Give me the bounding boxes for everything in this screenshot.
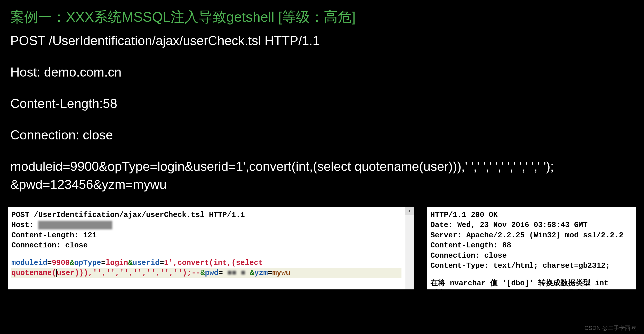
scroll-up-icon[interactable]: ▲ <box>405 207 414 215</box>
resp-msg-2: 时失败。{"flag":0,"msg":"验证码错误或过期."} <box>430 288 633 289</box>
resp-line-5: Connection: close <box>430 251 633 261</box>
req-line-2: Host: ■■.■■■:■■■ ■■.■■ <box>11 220 401 230</box>
resp-line-6: Content-Type: text/html; charset=gb2312; <box>430 261 633 271</box>
resp-line-2: Date: Wed, 23 Nov 2016 03:58:43 GMT <box>430 220 633 230</box>
watermark: CSDN @二手卡西欧 <box>584 324 636 332</box>
req-body-line-1: moduleid=9900&opType=login&userid=1',con… <box>11 258 401 268</box>
req-line-3: Content-Length: 121 <box>11 230 401 240</box>
connection-header: Connection: close <box>10 126 634 144</box>
request-line: POST /UserIdentification/ajax/userCheck.… <box>10 32 634 50</box>
request-pane: POST /UserIdentification/ajax/userCheck.… <box>8 207 405 289</box>
slide-title: 案例一：XXX系统MSSQL注入导致getshell [等级：高危] <box>0 0 644 32</box>
screenshot-panes: POST /UserIdentification/ajax/userCheck.… <box>8 207 636 289</box>
response-pane: HTTP/1.1 200 OK Date: Wed, 23 Nov 2016 0… <box>427 207 636 289</box>
resp-line-1: HTTP/1.1 200 OK <box>430 210 633 220</box>
request-body: moduleid=9900&opType=login&userid=1',con… <box>10 157 634 194</box>
content-length-header: Content-Length:58 <box>10 95 634 113</box>
http-request-block: POST /UserIdentification/ajax/userCheck.… <box>0 32 644 194</box>
req-body-line-2: quotename(user))),'','','','','','','');… <box>11 268 401 278</box>
scrollbar[interactable]: ▲ <box>405 207 414 289</box>
blurred-host: ■■.■■■:■■■ ■■.■■ <box>38 221 112 229</box>
req-line-1: POST /UserIdentification/ajax/userCheck.… <box>11 210 401 220</box>
blurred-pwd: ■■ ■ <box>223 269 250 277</box>
resp-line-4: Content-Length: 88 <box>430 240 633 250</box>
resp-msg-1: 在将 nvarchar 值 '[dbo]' 转换成数据类型 int <box>430 278 633 288</box>
host-header: Host: demo.com.cn <box>10 63 634 81</box>
resp-line-3: Server: Apache/2.2.25 (Win32) mod_ssl/2.… <box>430 230 633 240</box>
req-line-4: Connection: close <box>11 240 401 250</box>
